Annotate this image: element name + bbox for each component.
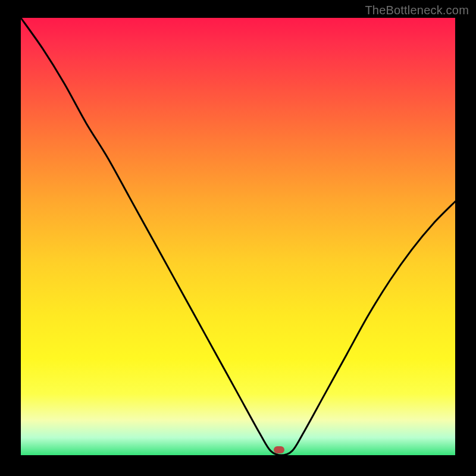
bottleneck-curve [21, 18, 455, 455]
watermark-text: TheBottleneck.com [365, 4, 469, 17]
bottleneck-curve-path [21, 18, 455, 455]
plot-area [21, 18, 455, 455]
optimal-marker [274, 446, 284, 453]
chart-frame: TheBottleneck.com [0, 0, 476, 476]
